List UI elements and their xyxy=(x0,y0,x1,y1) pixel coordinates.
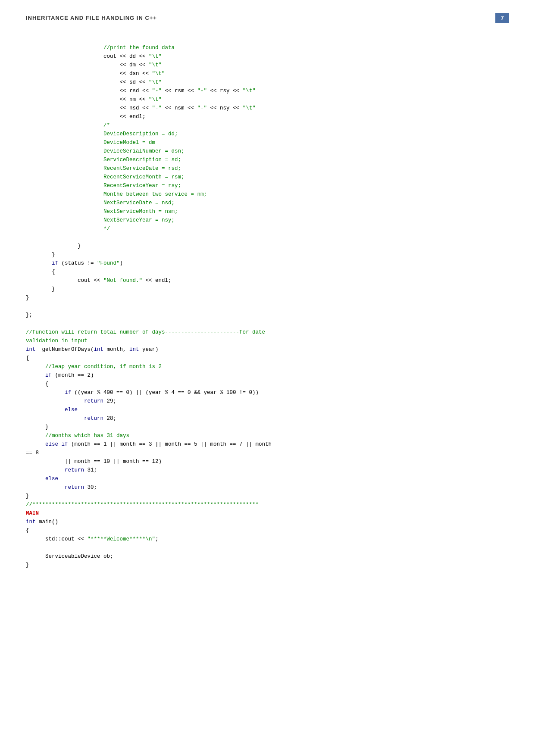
page-header: INHERITANCE AND FILE HANDLING IN C++ 7 xyxy=(26,13,509,23)
page-container: INHERITANCE AND FILE HANDLING IN C++ 7 /… xyxy=(0,0,535,756)
page-number-badge: 7 xyxy=(495,13,509,23)
code-block: //print the found data cout << dd << "\t… xyxy=(26,35,509,578)
page-title: INHERITANCE AND FILE HANDLING IN C++ xyxy=(26,15,157,21)
